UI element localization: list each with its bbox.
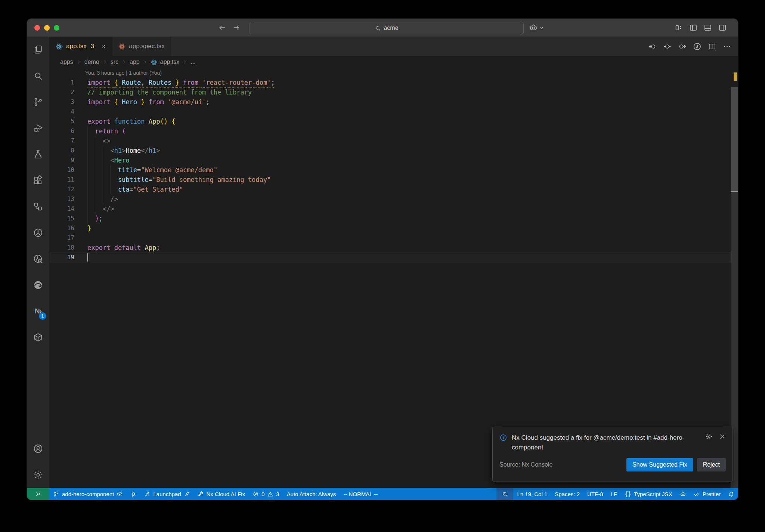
status-item-launchpad[interactable]: Launchpad (140, 488, 193, 500)
nav-back-button[interactable] (218, 24, 226, 32)
notification-settings-gear-icon[interactable] (706, 433, 713, 440)
activity-item-search[interactable] (27, 63, 49, 89)
code-editor[interactable]: You, 3 hours ago | 1 author (You) 1impor… (50, 68, 738, 488)
status-item-eol[interactable]: LF (607, 488, 621, 500)
tab-app.spec.tsx[interactable]: app.spec.tsx (112, 37, 171, 56)
run-circle-icon[interactable] (693, 42, 701, 51)
code-line[interactable]: 7 <> (50, 136, 738, 146)
show-suggested-fix-button[interactable]: Show Suggested Fix (626, 458, 693, 471)
code-line[interactable]: 15 ); (50, 214, 738, 223)
status-item-zoom-indicator[interactable] (496, 488, 513, 500)
status-item-formatter[interactable]: Prettier (690, 488, 724, 500)
react-icon (56, 43, 63, 50)
notification-close-icon[interactable] (719, 433, 726, 440)
tab-app.tsx[interactable]: app.tsx3 (50, 37, 112, 56)
nav-forward-button[interactable] (232, 24, 241, 32)
info-icon (499, 434, 507, 442)
traffic-light-close[interactable] (34, 25, 40, 31)
split-editor-icon[interactable] (708, 42, 716, 51)
more-ellipsis-icon[interactable] (723, 42, 731, 51)
code-line[interactable]: 4 (50, 107, 738, 117)
editor-actions (648, 37, 731, 56)
status-item-commit-graph[interactable] (127, 488, 140, 500)
code-content: title="Welcmoe @acme/demo" (87, 165, 217, 175)
status-item-language-mode[interactable]: {}TypeScript JSX (621, 488, 676, 500)
tab-label: app.spec.tsx (129, 43, 164, 50)
status-item-indentation[interactable]: Spaces: 2 (551, 488, 583, 500)
git-blame-lens[interactable]: You, 3 hours ago | 1 author (You) (50, 68, 738, 78)
code-line[interactable]: 17 (50, 233, 738, 243)
activity-item-nx-console[interactable]: N›1 (27, 298, 49, 324)
activity-item-extensions[interactable] (27, 167, 49, 194)
chevron-down-icon[interactable] (539, 25, 544, 31)
nav-back-circle-icon[interactable] (648, 42, 657, 51)
code-line[interactable]: 3import { Hero } from '@acme/ui'; (50, 97, 738, 107)
code-line[interactable]: 9 <Hero (50, 155, 738, 165)
copilot-icon (680, 491, 686, 497)
breadcrumb-file[interactable]: app.tsx (160, 59, 180, 65)
command-center-search[interactable]: acme (250, 22, 524, 34)
testing-beaker-icon (33, 149, 43, 160)
panel-bottom-icon[interactable] (703, 23, 712, 32)
code-line[interactable]: 19 (50, 253, 738, 262)
search-icon (375, 25, 381, 31)
braces-icon: {} (625, 491, 631, 497)
commit-graph-icon (130, 491, 137, 497)
status-item-vim-mode[interactable]: -- NORMAL -- (340, 488, 381, 500)
status-item-branch[interactable]: add-hero-component (49, 488, 127, 500)
status-item-auto-attach[interactable]: Auto Attach: Always (283, 488, 340, 500)
status-label: 3 (276, 491, 279, 497)
breadcrumb-item-src[interactable]: src (111, 59, 118, 65)
layout-customize-icon[interactable] (674, 23, 683, 32)
activity-item-accounts[interactable] (27, 436, 49, 462)
panel-left-icon[interactable] (689, 23, 698, 32)
breadcrumb-more[interactable]: ... (191, 59, 195, 65)
run-debug-icon (33, 123, 43, 133)
code-line[interactable]: 16} (50, 223, 738, 233)
activity-item-containers[interactable] (27, 324, 49, 350)
code-line[interactable]: 2// importing the component from the lib… (50, 87, 738, 97)
activity-item-source-control[interactable] (27, 89, 49, 115)
panel-right-icon[interactable] (718, 23, 727, 32)
breadcrumb-item-app[interactable]: app (130, 59, 140, 65)
code-line[interactable]: 18export default App; (50, 243, 738, 253)
code-line[interactable]: 1import { Route, Routes } from 'react-ro… (50, 78, 738, 87)
line-number: 11 (50, 175, 74, 185)
traffic-lights (34, 19, 59, 37)
code-line[interactable]: 6 return ( (50, 126, 738, 136)
activity-item-source-graph[interactable] (27, 220, 49, 246)
tab-close-icon[interactable] (100, 44, 106, 49)
status-item-remote-indicator[interactable] (27, 488, 49, 500)
nav-forward-circle-icon[interactable] (678, 42, 687, 51)
extensions-icon (33, 175, 43, 186)
code-line[interactable]: 12 cta="Get Started" (50, 185, 738, 194)
activity-item-settings[interactable] (27, 462, 49, 488)
code-line[interactable]: 11 subtitle="Build something amazing tod… (50, 175, 738, 185)
activity-item-run-and-debug[interactable] (27, 115, 49, 141)
nav-dot-circle-icon[interactable] (663, 42, 672, 51)
code-line[interactable]: 5export function App() { (50, 117, 738, 126)
status-item-nx-cloud-ai-fix[interactable]: Nx Cloud AI Fix (194, 488, 249, 500)
copilot-icon[interactable] (529, 23, 538, 32)
activity-item-testing[interactable] (27, 141, 49, 167)
status-item-notifications-bell[interactable] (724, 488, 738, 500)
scrollbar-thumb[interactable] (731, 87, 738, 191)
code-line[interactable]: 8 <h1>Home</h1> (50, 146, 738, 155)
code-line[interactable]: 10 title="Welcmoe @acme/demo" (50, 165, 738, 175)
status-item-encoding[interactable]: UTF-8 (583, 488, 607, 500)
status-item-copilot-status[interactable] (676, 488, 690, 500)
activity-item-explorer[interactable] (27, 37, 49, 63)
breadcrumb-item-demo[interactable]: demo (84, 59, 99, 65)
activity-item-project-structure[interactable] (27, 194, 49, 220)
status-item-problems[interactable]: 03 (249, 488, 283, 500)
code-line[interactable]: 14 </> (50, 204, 738, 214)
account-icon (33, 443, 43, 454)
status-item-cursor-position[interactable]: Ln 19, Col 1 (513, 488, 551, 500)
traffic-light-minimize[interactable] (44, 25, 50, 31)
code-line[interactable]: 13 /> (50, 194, 738, 204)
activity-item-edge-browser[interactable] (27, 272, 49, 298)
breadcrumb-item-apps[interactable]: apps (60, 59, 73, 65)
reject-button[interactable]: Reject (697, 458, 726, 471)
traffic-light-zoom[interactable] (54, 25, 59, 31)
activity-item-graph-search[interactable] (27, 246, 49, 272)
